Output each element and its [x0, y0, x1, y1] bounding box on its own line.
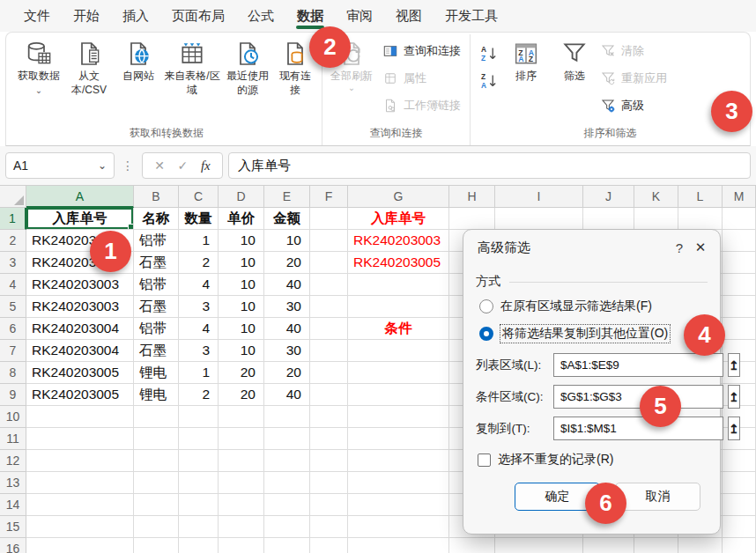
- cell-C12[interactable]: [179, 450, 219, 472]
- ribbon-sort-button[interactable]: ZAAZ排序: [506, 34, 546, 85]
- cell-I1[interactable]: [495, 208, 583, 230]
- cell-G15[interactable]: [348, 516, 449, 538]
- cell-B8[interactable]: 锂电: [134, 362, 179, 384]
- cell-C15[interactable]: [179, 516, 219, 538]
- cell-C16[interactable]: [179, 538, 219, 553]
- menu-tab-页面布局[interactable]: 页面布局: [160, 3, 236, 32]
- cell-F15[interactable]: [310, 516, 348, 538]
- cell-C8[interactable]: 1: [179, 362, 219, 384]
- row-header-6[interactable]: 6: [0, 318, 26, 340]
- cell-M16[interactable]: [723, 538, 756, 553]
- cell-A12[interactable]: [26, 450, 134, 472]
- cell-B7[interactable]: 石墨: [134, 340, 179, 362]
- cell-A9[interactable]: RK240203005: [26, 384, 134, 406]
- menu-tab-开发工具[interactable]: 开发工具: [434, 3, 509, 32]
- unique-records-checkbox[interactable]: 选择不重复的记录(R): [478, 452, 708, 468]
- ribbon-recent-sources-button[interactable]: 最近使用的源: [223, 34, 272, 99]
- row-header-9[interactable]: 9: [0, 384, 26, 406]
- cell-E14[interactable]: [264, 494, 310, 516]
- cell-E10[interactable]: [264, 406, 310, 428]
- cell-G14[interactable]: [348, 494, 449, 516]
- ribbon-properties-button[interactable]: 属性: [377, 69, 466, 88]
- cell-E15[interactable]: [264, 516, 310, 538]
- close-icon[interactable]: ✕: [690, 240, 711, 255]
- ribbon-queries-connections-button[interactable]: 查询和连接: [377, 41, 466, 61]
- range-selector-icon[interactable]: ↥: [728, 353, 740, 377]
- cell-G8[interactable]: [348, 362, 449, 384]
- cell-M6[interactable]: [723, 318, 756, 340]
- cell-D2[interactable]: 10: [219, 230, 264, 252]
- cell-G7[interactable]: [348, 340, 449, 362]
- cell-C11[interactable]: [179, 428, 219, 450]
- ribbon-workbook-links-button[interactable]: 工作簿链接: [377, 96, 466, 115]
- row-header-13[interactable]: 13: [0, 472, 26, 494]
- cell-B1[interactable]: 名称: [134, 208, 179, 230]
- column-header-B[interactable]: B: [134, 186, 179, 208]
- row-header-2[interactable]: 2: [0, 230, 26, 252]
- column-header-M[interactable]: M: [723, 186, 756, 208]
- ribbon-reapply-filter-button[interactable]: 重新应用: [595, 69, 672, 88]
- name-box[interactable]: A1 ⌄: [5, 152, 115, 179]
- cell-G5[interactable]: [348, 296, 449, 318]
- ribbon-advanced-filter-button[interactable]: 高级: [595, 96, 672, 115]
- ribbon-from-text-csv-button[interactable]: 从文本/CSV: [63, 34, 115, 99]
- cell-D7[interactable]: 10: [219, 340, 264, 362]
- row-header-12[interactable]: 12: [0, 450, 26, 472]
- cell-B9[interactable]: 锂电: [134, 384, 179, 406]
- checkbox-icon[interactable]: [478, 453, 491, 467]
- row-header-7[interactable]: 7: [0, 340, 26, 362]
- radio-filter-in-place[interactable]: 在原有区域显示筛选结果(F): [479, 299, 708, 314]
- cell-F2[interactable]: [310, 230, 348, 252]
- cell-H16[interactable]: [449, 538, 495, 553]
- menu-tab-视图[interactable]: 视图: [384, 3, 434, 32]
- row-header-16[interactable]: 16: [0, 538, 26, 553]
- column-header-J[interactable]: J: [583, 186, 634, 208]
- cell-D10[interactable]: [219, 406, 264, 428]
- row-header-11[interactable]: 11: [0, 428, 26, 450]
- cell-A15[interactable]: [26, 516, 134, 538]
- cell-M1[interactable]: [723, 208, 756, 230]
- cell-B2[interactable]: 铝带: [134, 230, 179, 252]
- column-header-E[interactable]: E: [264, 186, 310, 208]
- cell-F9[interactable]: [310, 384, 348, 406]
- cell-A7[interactable]: RK240203004: [26, 340, 134, 362]
- cell-G1[interactable]: 入库单号: [348, 208, 449, 230]
- cell-D4[interactable]: 10: [219, 274, 264, 296]
- cell-A13[interactable]: [26, 472, 134, 494]
- cell-B4[interactable]: 铝带: [134, 274, 179, 296]
- radio-copy-to-location[interactable]: 将筛选结果复制到其他位置(O): [479, 325, 708, 343]
- cell-F1[interactable]: [310, 208, 348, 230]
- cell-D11[interactable]: [219, 428, 264, 450]
- menu-tab-公式[interactable]: 公式: [236, 3, 285, 32]
- select-all-corner[interactable]: [0, 186, 26, 208]
- cell-K16[interactable]: [634, 538, 678, 553]
- cell-D15[interactable]: [219, 516, 264, 538]
- cell-D9[interactable]: 20: [219, 384, 264, 406]
- cell-A11[interactable]: [26, 428, 134, 450]
- cell-M15[interactable]: [723, 516, 756, 538]
- cell-A10[interactable]: [26, 406, 134, 428]
- cell-A14[interactable]: [26, 494, 134, 516]
- cell-M2[interactable]: [723, 230, 756, 252]
- column-header-G[interactable]: G: [348, 186, 449, 208]
- cell-E9[interactable]: 40: [264, 384, 310, 406]
- cell-G10[interactable]: [348, 406, 449, 428]
- cell-A6[interactable]: RK240203004: [26, 318, 134, 340]
- cell-D3[interactable]: 10: [219, 252, 264, 274]
- cell-K1[interactable]: [634, 208, 678, 230]
- cell-G12[interactable]: [348, 450, 449, 472]
- cell-H1[interactable]: [449, 208, 495, 230]
- cell-C5[interactable]: 3: [179, 296, 219, 318]
- cell-G3[interactable]: RK240203005: [348, 252, 449, 274]
- cell-A5[interactable]: RK240203003: [26, 296, 134, 318]
- cell-I16[interactable]: [495, 538, 583, 553]
- row-header-4[interactable]: 4: [0, 274, 26, 296]
- cell-D16[interactable]: [219, 538, 264, 553]
- column-header-C[interactable]: C: [179, 186, 219, 208]
- cancel-button[interactable]: 取消: [615, 483, 700, 511]
- cell-G4[interactable]: [348, 274, 449, 296]
- cell-F7[interactable]: [310, 340, 348, 362]
- cell-M13[interactable]: [723, 472, 756, 494]
- cell-E8[interactable]: 20: [264, 362, 310, 384]
- cell-B3[interactable]: 石墨: [134, 252, 179, 274]
